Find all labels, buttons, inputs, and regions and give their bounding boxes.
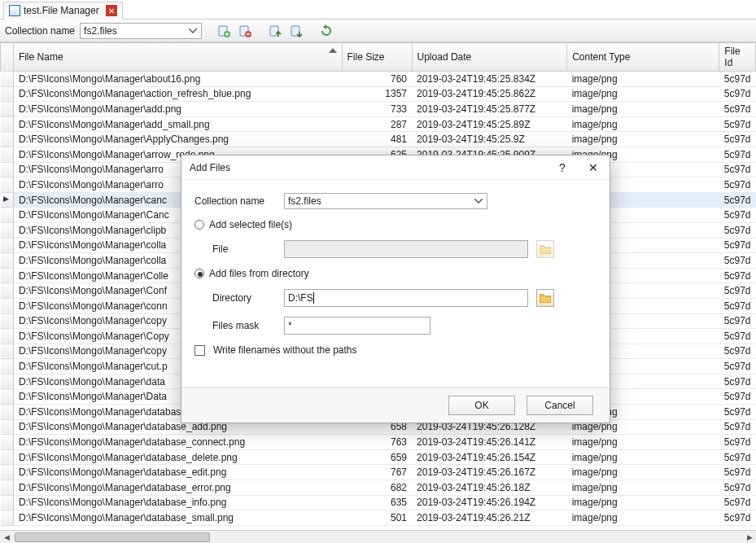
row-indicator <box>1 132 14 147</box>
cell-file-id: 5c97d <box>719 435 756 450</box>
row-indicator <box>1 480 14 496</box>
close-icon[interactable]: ✕ <box>106 5 117 16</box>
col-filesize[interactable]: File Size <box>342 43 412 72</box>
window-icon <box>9 5 20 16</box>
cell-file-id: 5c97d <box>719 510 756 526</box>
cell-upload-date: 2019-03-24T19:45:25.834Z <box>412 72 567 87</box>
table-row[interactable]: D:\FS\Icons\Mongo\Manager\add_small.png2… <box>1 116 756 132</box>
table-row[interactable]: D:\FS\Icons\Mongo\Manager\action_refresh… <box>1 86 756 102</box>
cell-filesize: 659 <box>342 449 412 465</box>
row-indicator <box>1 86 14 102</box>
table-row[interactable]: D:\FS\Icons\Mongo\Manager\database_edit.… <box>1 465 756 480</box>
tab-file-manager[interactable]: test.File Manager ✕ <box>3 2 123 20</box>
table-row[interactable]: D:\FS\Icons\Mongo\Manager\add.png7332019… <box>1 102 756 117</box>
table-row[interactable]: D:\FS\Icons\Mongo\Manager\database_conne… <box>1 435 756 450</box>
collection-dropdown[interactable]: fs2.files <box>80 23 202 39</box>
collection-name-label: Collection name <box>5 25 75 37</box>
folder-icon <box>540 293 551 303</box>
col-filename[interactable]: File Name <box>13 43 342 72</box>
cell-file-id: 5c97d <box>719 344 756 359</box>
chevron-down-icon[interactable] <box>472 195 485 207</box>
cell-filesize: 682 <box>342 480 412 496</box>
cell-file-id: 5c97d <box>719 405 756 420</box>
horizontal-scrollbar[interactable]: ◀ ▶ <box>0 530 756 543</box>
scroll-right-icon[interactable]: ▶ <box>743 531 756 543</box>
cell-filesize: 763 <box>342 435 412 450</box>
tab-bar: test.File Manager ✕ <box>0 0 756 20</box>
cell-filename: D:\FS\Icons\Mongo\Manager\action_refresh… <box>13 86 342 102</box>
upload-icon <box>269 24 282 37</box>
table-row[interactable]: D:\FS\Icons\Mongo\Manager\database_error… <box>1 480 756 496</box>
cell-file-id: 5c97d <box>719 72 756 87</box>
cell-content-type: image/png <box>567 86 719 102</box>
dialog-body: Collection name fs2.files Add selected f… <box>181 180 610 387</box>
row-indicator <box>1 313 14 329</box>
column-header-row: File Name File Size Upload Date Content … <box>1 43 756 72</box>
cell-content-type: image/png <box>567 132 719 147</box>
add-file-button[interactable] <box>216 23 232 39</box>
cell-content-type: image/png <box>567 495 719 510</box>
download-icon <box>290 24 303 37</box>
help-icon[interactable]: ? <box>554 161 570 174</box>
download-button[interactable] <box>288 23 304 39</box>
table-row[interactable]: D:\FS\Icons\Mongo\Manager\database_delet… <box>1 449 756 465</box>
mask-value: * <box>288 320 292 331</box>
table-row[interactable]: D:\FS\Icons\Mongo\Manager\database_small… <box>1 510 756 526</box>
col-file-id[interactable]: File Id <box>719 43 756 72</box>
row-indicator <box>1 495 14 510</box>
cell-upload-date: 2019-03-24T19:45:25.9Z <box>412 132 567 147</box>
cell-upload-date: 2019-03-24T19:45:26.167Z <box>412 465 567 480</box>
upload-button[interactable] <box>267 23 283 39</box>
cell-file-id: 5c97d <box>719 162 756 177</box>
dlg-collection-dropdown[interactable]: fs2.files <box>284 193 487 209</box>
refresh-button[interactable] <box>318 23 334 39</box>
col-content-type[interactable]: Content Type <box>567 43 719 72</box>
table-row[interactable]: D:\FS\Icons\Mongo\Manager\database_info.… <box>1 495 756 510</box>
cell-file-id: 5c97d <box>719 102 756 117</box>
scroll-left-icon[interactable]: ◀ <box>0 531 13 543</box>
row-indicator <box>1 238 14 253</box>
cell-filename: D:\FS\Icons\Mongo\Manager\database_info.… <box>13 495 342 510</box>
ok-button[interactable]: OK <box>448 396 515 415</box>
directory-input[interactable]: D:\FS <box>284 289 528 307</box>
remove-file-button[interactable] <box>237 23 253 39</box>
cell-filesize: 287 <box>342 116 412 132</box>
radio-add-from-dir[interactable] <box>194 269 204 278</box>
browse-directory-button[interactable] <box>536 289 554 307</box>
svg-rect-5 <box>291 26 299 36</box>
cell-file-id: 5c97d <box>719 495 756 510</box>
cell-file-id: 5c97d <box>719 389 756 405</box>
row-indicator <box>1 298 14 313</box>
cell-filesize: 1357 <box>342 86 412 102</box>
row-indicator <box>1 405 14 420</box>
scrollbar-thumb[interactable] <box>15 532 210 542</box>
cell-filename: D:\FS\Icons\Mongo\Manager\database_edit.… <box>13 465 342 480</box>
cell-file-id: 5c97d <box>719 238 756 253</box>
table-row[interactable]: D:\FS\Icons\Mongo\Manager\ApplyChanges.p… <box>1 132 756 147</box>
table-row[interactable]: D:\FS\Icons\Mongo\Manager\about16.png760… <box>1 72 756 87</box>
radio-add-selected[interactable] <box>194 220 204 230</box>
cell-file-id: 5c97d <box>719 480 756 496</box>
row-indicator <box>1 192 14 208</box>
cell-file-id: 5c97d <box>719 419 756 435</box>
directory-value: D:\FS <box>288 292 313 304</box>
close-dialog-icon[interactable]: ✕ <box>585 161 601 174</box>
cancel-button[interactable]: Cancel <box>527 396 593 415</box>
cell-filename: D:\FS\Icons\Mongo\Manager\database_conne… <box>13 435 342 450</box>
cell-file-id: 5c97d <box>719 313 756 329</box>
cell-file-id: 5c97d <box>719 116 756 132</box>
cell-upload-date: 2019-03-24T19:45:26.154Z <box>412 449 567 465</box>
row-indicator <box>1 389 14 405</box>
cell-filesize: 481 <box>342 132 412 147</box>
cell-filesize: 733 <box>342 102 412 117</box>
radio-add-from-dir-label: Add files from directory <box>209 268 309 279</box>
write-without-paths-checkbox[interactable] <box>194 345 205 356</box>
tab-title: test.File Manager <box>24 5 99 16</box>
chevron-down-icon[interactable] <box>186 25 199 37</box>
row-indicator <box>1 359 14 374</box>
col-upload-date[interactable]: Upload Date <box>412 43 567 72</box>
cell-filesize: 767 <box>342 465 412 480</box>
row-indicator <box>1 419 14 435</box>
mask-input[interactable]: * <box>284 317 430 335</box>
row-indicator <box>1 374 14 389</box>
